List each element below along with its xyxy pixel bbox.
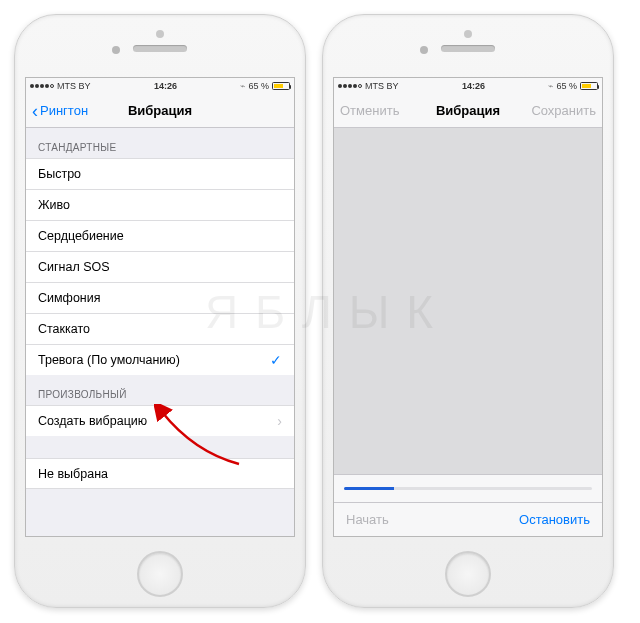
progress-fill [344, 487, 394, 490]
list-item-label: Тревога (По умолчанию) [38, 353, 180, 367]
screen-vibration-list: MTS BY 14:26 ⌁ 65 % ‹ Рингтон Вибрация С… [25, 77, 295, 537]
list-item-label: Сигнал SOS [38, 260, 110, 274]
list-item[interactable]: Сигнал SOS [26, 251, 294, 282]
front-camera [112, 46, 120, 54]
carrier-label: MTS BY [57, 81, 91, 91]
bluetooth-icon: ⌁ [240, 81, 245, 91]
battery-icon [580, 82, 598, 90]
group-header-standard: СТАНДАРТНЫЕ [26, 128, 294, 158]
clock-label: 14:26 [154, 81, 177, 91]
status-bar: MTS BY 14:26 ⌁ 65 % [26, 78, 294, 94]
battery-pct-label: 65 % [556, 81, 577, 91]
signal-dots-icon [338, 84, 362, 88]
home-button[interactable] [137, 551, 183, 597]
speaker-grille [441, 45, 495, 52]
back-label: Рингтон [40, 103, 88, 118]
clock-label: 14:26 [462, 81, 485, 91]
list-item[interactable]: Симфония [26, 282, 294, 313]
list-item[interactable]: Сердцебиение [26, 220, 294, 251]
back-button[interactable]: ‹ Рингтон [32, 102, 88, 120]
signal-dots-icon [30, 84, 54, 88]
battery-icon [272, 82, 290, 90]
list-content[interactable]: СТАНДАРТНЫЕ Быстро Живо Сердцебиение Сиг… [26, 128, 294, 536]
chevron-left-icon: ‹ [32, 102, 38, 120]
list-item[interactable]: Быстро [26, 158, 294, 189]
list-item-label: Быстро [38, 167, 81, 181]
nav-bar: Отменить Вибрация Сохранить [334, 94, 602, 128]
list-item[interactable]: Живо [26, 189, 294, 220]
none-item[interactable]: Не выбрана [26, 458, 294, 489]
list-item-label: Симфония [38, 291, 101, 305]
create-vibration-label: Создать вибрацию [38, 414, 147, 428]
list-item-label: Сердцебиение [38, 229, 124, 243]
list-item-label: Живо [38, 198, 70, 212]
editor-toolbar: Начать Остановить [334, 502, 602, 536]
speaker-grille [133, 45, 187, 52]
group-header-custom: ПРОИЗВОЛЬНЫЙ [26, 375, 294, 405]
stop-button[interactable]: Остановить [519, 512, 590, 527]
battery-pct-label: 65 % [248, 81, 269, 91]
none-label: Не выбрана [38, 467, 108, 481]
nav-bar: ‹ Рингтон Вибрация [26, 94, 294, 128]
bluetooth-icon: ⌁ [548, 81, 553, 91]
start-button[interactable]: Начать [346, 512, 389, 527]
list-item[interactable]: Стаккато [26, 313, 294, 344]
progress-track [344, 487, 592, 490]
vibration-tap-area[interactable] [334, 128, 602, 474]
create-vibration-button[interactable]: Создать вибрацию › [26, 405, 294, 436]
phone-right: MTS BY 14:26 ⌁ 65 % Отменить Вибрация Со… [322, 14, 614, 608]
check-icon: ✓ [270, 352, 282, 368]
carrier-label: MTS BY [365, 81, 399, 91]
save-button[interactable]: Сохранить [531, 103, 596, 118]
progress-row [334, 474, 602, 502]
chevron-right-icon: › [277, 413, 282, 429]
cancel-button[interactable]: Отменить [340, 103, 399, 118]
sensor-dot [156, 30, 164, 38]
sensor-dot [464, 30, 472, 38]
phone-left: MTS BY 14:26 ⌁ 65 % ‹ Рингтон Вибрация С… [14, 14, 306, 608]
screen-vibration-editor: MTS BY 14:26 ⌁ 65 % Отменить Вибрация Со… [333, 77, 603, 537]
status-bar: MTS BY 14:26 ⌁ 65 % [334, 78, 602, 94]
list-item-selected[interactable]: Тревога (По умолчанию) ✓ [26, 344, 294, 375]
home-button[interactable] [445, 551, 491, 597]
front-camera [420, 46, 428, 54]
list-item-label: Стаккато [38, 322, 90, 336]
